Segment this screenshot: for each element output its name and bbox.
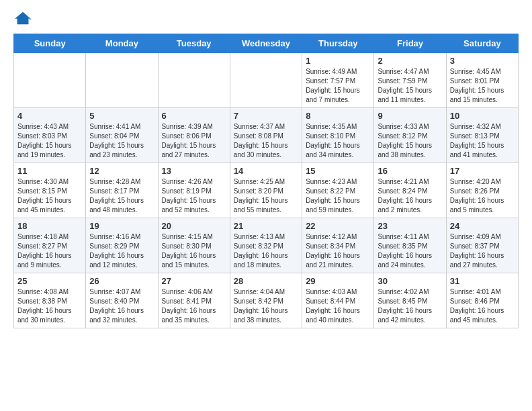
day-number: 24 [450,221,515,231]
day-info: Sunrise: 4:37 AM Sunset: 8:08 PM Dayligh… [234,122,298,160]
day-info: Sunrise: 4:08 AM Sunset: 8:38 PM Dayligh… [17,287,82,325]
calendar-day-15: 15Sunrise: 4:23 AM Sunset: 8:22 PM Dayli… [302,163,374,218]
calendar-day-27: 27Sunrise: 4:06 AM Sunset: 8:41 PM Dayli… [158,273,230,328]
calendar-day-29: 29Sunrise: 4:03 AM Sunset: 8:44 PM Dayli… [302,273,374,328]
day-number: 14 [234,166,298,176]
day-number: 29 [306,276,370,286]
calendar-empty-cell [86,53,158,108]
calendar-week-row: 1Sunrise: 4:49 AM Sunset: 7:57 PM Daylig… [14,53,519,108]
day-info: Sunrise: 4:20 AM Sunset: 8:26 PM Dayligh… [450,177,515,215]
day-number: 1 [306,56,370,66]
calendar-day-28: 28Sunrise: 4:04 AM Sunset: 8:42 PM Dayli… [230,273,302,328]
calendar-day-2: 2Sunrise: 4:47 AM Sunset: 7:59 PM Daylig… [374,53,446,108]
calendar-empty-cell [14,53,86,108]
calendar-day-4: 4Sunrise: 4:43 AM Sunset: 8:03 PM Daylig… [14,108,86,163]
calendar-day-6: 6Sunrise: 4:39 AM Sunset: 8:06 PM Daylig… [158,108,230,163]
calendar-week-row: 4Sunrise: 4:43 AM Sunset: 8:03 PM Daylig… [14,108,519,163]
day-info: Sunrise: 4:02 AM Sunset: 8:45 PM Dayligh… [378,287,442,325]
calendar-table: SundayMondayTuesdayWednesdayThursdayFrid… [13,34,519,328]
calendar-day-12: 12Sunrise: 4:28 AM Sunset: 8:17 PM Dayli… [86,163,158,218]
day-info: Sunrise: 4:07 AM Sunset: 8:40 PM Dayligh… [89,287,154,325]
day-number: 31 [450,276,515,286]
calendar-week-row: 11Sunrise: 4:30 AM Sunset: 8:15 PM Dayli… [14,163,519,218]
weekday-header-thursday: Thursday [302,34,374,53]
calendar-day-23: 23Sunrise: 4:11 AM Sunset: 8:35 PM Dayli… [374,218,446,273]
day-info: Sunrise: 4:16 AM Sunset: 8:29 PM Dayligh… [89,232,154,270]
calendar-day-25: 25Sunrise: 4:08 AM Sunset: 8:38 PM Dayli… [14,273,86,328]
day-info: Sunrise: 4:23 AM Sunset: 8:22 PM Dayligh… [306,177,370,215]
day-info: Sunrise: 4:47 AM Sunset: 7:59 PM Dayligh… [378,67,442,105]
day-info: Sunrise: 4:11 AM Sunset: 8:35 PM Dayligh… [378,232,442,270]
weekday-header-friday: Friday [374,34,446,53]
calendar-empty-cell [158,53,230,108]
day-info: Sunrise: 4:04 AM Sunset: 8:42 PM Dayligh… [234,287,298,325]
calendar-day-18: 18Sunrise: 4:18 AM Sunset: 8:27 PM Dayli… [14,218,86,273]
day-number: 3 [450,56,515,66]
day-info: Sunrise: 4:18 AM Sunset: 8:27 PM Dayligh… [17,232,82,270]
day-info: Sunrise: 4:26 AM Sunset: 8:19 PM Dayligh… [162,177,226,215]
calendar-day-22: 22Sunrise: 4:12 AM Sunset: 8:34 PM Dayli… [302,218,374,273]
day-number: 16 [378,166,442,176]
weekday-header-wednesday: Wednesday [230,34,302,53]
day-info: Sunrise: 4:49 AM Sunset: 7:57 PM Dayligh… [306,67,370,105]
day-info: Sunrise: 4:03 AM Sunset: 8:44 PM Dayligh… [306,287,370,325]
calendar-day-24: 24Sunrise: 4:09 AM Sunset: 8:37 PM Dayli… [446,218,518,273]
calendar-day-17: 17Sunrise: 4:20 AM Sunset: 8:26 PM Dayli… [446,163,518,218]
day-number: 27 [162,276,226,286]
calendar-day-14: 14Sunrise: 4:25 AM Sunset: 8:20 PM Dayli… [230,163,302,218]
weekday-header-sunday: Sunday [14,34,86,53]
logo [13,11,36,26]
day-number: 20 [162,221,226,231]
day-number: 25 [17,276,82,286]
day-info: Sunrise: 4:45 AM Sunset: 8:01 PM Dayligh… [450,67,515,105]
day-number: 8 [306,111,370,121]
weekday-header-saturday: Saturday [446,34,518,53]
day-info: Sunrise: 4:32 AM Sunset: 8:13 PM Dayligh… [450,122,515,160]
calendar-day-30: 30Sunrise: 4:02 AM Sunset: 8:45 PM Dayli… [374,273,446,328]
calendar-day-8: 8Sunrise: 4:35 AM Sunset: 8:10 PM Daylig… [302,108,374,163]
day-info: Sunrise: 4:21 AM Sunset: 8:24 PM Dayligh… [378,177,442,215]
day-number: 17 [450,166,515,176]
calendar-day-1: 1Sunrise: 4:49 AM Sunset: 7:57 PM Daylig… [302,53,374,108]
logo-icon [13,11,32,26]
calendar-day-20: 20Sunrise: 4:15 AM Sunset: 8:30 PM Dayli… [158,218,230,273]
day-info: Sunrise: 4:39 AM Sunset: 8:06 PM Dayligh… [162,122,226,160]
day-number: 4 [17,111,82,121]
day-number: 11 [17,166,82,176]
calendar-day-19: 19Sunrise: 4:16 AM Sunset: 8:29 PM Dayli… [86,218,158,273]
calendar-day-3: 3Sunrise: 4:45 AM Sunset: 8:01 PM Daylig… [446,53,518,108]
calendar-day-26: 26Sunrise: 4:07 AM Sunset: 8:40 PM Dayli… [86,273,158,328]
day-info: Sunrise: 4:15 AM Sunset: 8:30 PM Dayligh… [162,232,226,270]
day-info: Sunrise: 4:30 AM Sunset: 8:15 PM Dayligh… [17,177,82,215]
day-number: 15 [306,166,370,176]
calendar-day-16: 16Sunrise: 4:21 AM Sunset: 8:24 PM Dayli… [374,163,446,218]
page-header [13,11,519,26]
day-number: 18 [17,221,82,231]
calendar-day-21: 21Sunrise: 4:13 AM Sunset: 8:32 PM Dayli… [230,218,302,273]
calendar-week-row: 25Sunrise: 4:08 AM Sunset: 8:38 PM Dayli… [14,273,519,328]
day-info: Sunrise: 4:09 AM Sunset: 8:37 PM Dayligh… [450,232,515,270]
day-number: 10 [450,111,515,121]
day-info: Sunrise: 4:06 AM Sunset: 8:41 PM Dayligh… [162,287,226,325]
day-number: 13 [162,166,226,176]
day-number: 5 [89,111,154,121]
day-info: Sunrise: 4:01 AM Sunset: 8:46 PM Dayligh… [450,287,515,325]
day-info: Sunrise: 4:28 AM Sunset: 8:17 PM Dayligh… [89,177,154,215]
day-info: Sunrise: 4:41 AM Sunset: 8:04 PM Dayligh… [89,122,154,160]
day-info: Sunrise: 4:25 AM Sunset: 8:20 PM Dayligh… [234,177,298,215]
weekday-header-tuesday: Tuesday [158,34,230,53]
day-number: 7 [234,111,298,121]
calendar-day-11: 11Sunrise: 4:30 AM Sunset: 8:15 PM Dayli… [14,163,86,218]
day-info: Sunrise: 4:43 AM Sunset: 8:03 PM Dayligh… [17,122,82,160]
calendar-day-9: 9Sunrise: 4:33 AM Sunset: 8:12 PM Daylig… [374,108,446,163]
day-number: 26 [89,276,154,286]
day-number: 21 [234,221,298,231]
calendar-day-10: 10Sunrise: 4:32 AM Sunset: 8:13 PM Dayli… [446,108,518,163]
day-number: 22 [306,221,370,231]
day-number: 12 [89,166,154,176]
calendar-day-31: 31Sunrise: 4:01 AM Sunset: 8:46 PM Dayli… [446,273,518,328]
day-number: 23 [378,221,442,231]
day-info: Sunrise: 4:33 AM Sunset: 8:12 PM Dayligh… [378,122,442,160]
day-info: Sunrise: 4:35 AM Sunset: 8:10 PM Dayligh… [306,122,370,160]
weekday-header-monday: Monday [86,34,158,53]
